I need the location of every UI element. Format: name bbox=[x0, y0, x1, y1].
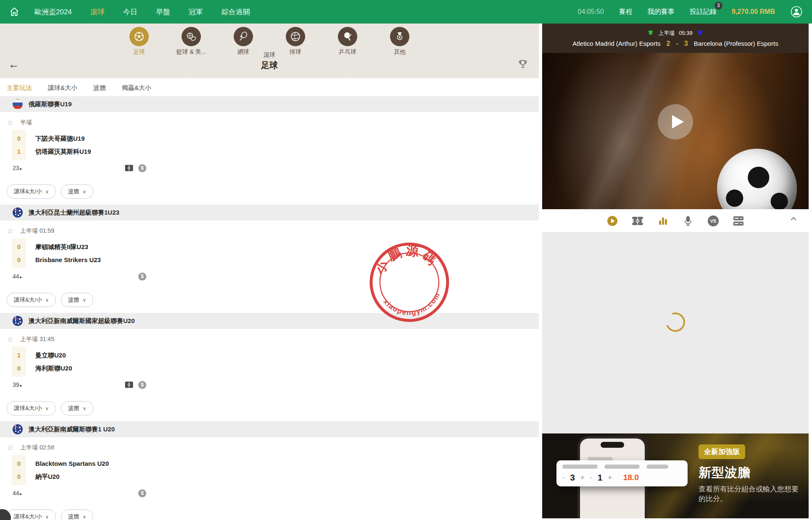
pitch-tracker-icon[interactable] bbox=[631, 215, 644, 227]
promo-banner[interactable]: - 3 + - 1 + 18.0 bbox=[542, 433, 809, 518]
promo-text: 全新加強版 新型波膽 查看所有比分組合或輸入您想要的比分。 bbox=[699, 444, 804, 504]
more-markets-toggle[interactable]: 44▸ bbox=[13, 273, 22, 280]
odds-column-header bbox=[157, 331, 201, 348]
nav-item[interactable]: 綜合過關 bbox=[221, 7, 250, 17]
favorite-star-icon[interactable]: ☆ bbox=[7, 226, 20, 236]
loading-area bbox=[542, 233, 809, 433]
more-markets-toggle[interactable]: 39▸ bbox=[13, 381, 22, 388]
bet-records-label: 投註記錄 bbox=[690, 8, 717, 15]
market-tab[interactable]: 讓球&大小 bbox=[48, 84, 77, 92]
link-my-matches[interactable]: 我的賽事 bbox=[648, 8, 675, 16]
nav-item[interactable]: 早盤 bbox=[156, 7, 170, 17]
chevron-down-icon: ∨ bbox=[83, 406, 86, 411]
play-stream-icon[interactable] bbox=[606, 215, 619, 227]
odds-column bbox=[435, 223, 478, 287]
table-tennis-icon bbox=[338, 27, 357, 46]
head-to-head-icon[interactable]: VS bbox=[707, 215, 720, 227]
period-label: 上半場 bbox=[20, 227, 38, 234]
odds-column bbox=[481, 331, 525, 395]
pill-handicap-ou[interactable]: 讓球&大/小 ∨ bbox=[7, 184, 56, 199]
stats-chart-icon[interactable] bbox=[656, 215, 669, 227]
league-header[interactable]: 俄羅斯聯賽U19 bbox=[0, 96, 539, 112]
cashout-icon[interactable]: $ bbox=[138, 273, 146, 281]
odds-column-header bbox=[157, 223, 201, 240]
odds-column bbox=[481, 223, 525, 287]
pill-correct-score[interactable]: 波膽 ∨ bbox=[61, 509, 93, 520]
score-odds-cell bbox=[564, 494, 579, 494]
media-toolbar: VS bbox=[542, 209, 809, 233]
nav-item[interactable]: 今日 bbox=[123, 7, 137, 17]
pill-correct-score[interactable]: 波膽 ∨ bbox=[61, 401, 93, 415]
favorite-star-icon[interactable]: ☆ bbox=[7, 335, 20, 344]
nav-item[interactable]: 滾球 bbox=[90, 7, 105, 17]
live-period: 上半場 bbox=[658, 29, 675, 37]
home-team-name: Atletico Madrid (Arthur) Esports bbox=[572, 40, 660, 47]
teams[interactable]: 0 0 Blacktown Spartans U20 納平U20 bbox=[12, 455, 157, 485]
match-row: ☆ 上半場 02:58 0 0 bbox=[0, 437, 539, 505]
user-avatar-icon[interactable] bbox=[790, 5, 803, 18]
market-tab[interactable]: 主要玩法 bbox=[7, 84, 32, 92]
loading-spinner-icon bbox=[662, 309, 688, 335]
pill-correct-score[interactable]: 波膽 ∨ bbox=[61, 184, 93, 199]
plus-button: + bbox=[608, 474, 612, 481]
team2-name: 海利斯聯U20 bbox=[35, 362, 72, 375]
teams[interactable]: 1 0 曼立聯U20 海利斯聯U20 bbox=[12, 347, 157, 377]
match-tracker-icon[interactable] bbox=[125, 381, 133, 388]
match-period: 上半場 02:58 bbox=[20, 444, 54, 452]
team1-name: 曼立聯U20 bbox=[35, 349, 72, 362]
market-tab[interactable]: 獨贏&大小 bbox=[122, 84, 151, 92]
score-odds-cell bbox=[564, 489, 579, 490]
score-odds-cell bbox=[621, 498, 636, 499]
league-header[interactable]: 澳大利亞新南威爾斯聯賽1 U20 bbox=[0, 421, 539, 437]
commentary-mic-icon[interactable] bbox=[682, 215, 694, 227]
home-icon[interactable] bbox=[9, 6, 20, 17]
pill-correct-score[interactable]: 波膽 ∨ bbox=[61, 293, 93, 307]
top-bar: 歐洲盃2024 滾球 今日 早盤 冠軍 綜合過關 04:05:50 賽程 我的賽… bbox=[0, 0, 812, 24]
video-play-button[interactable] bbox=[658, 104, 693, 139]
odds-column bbox=[388, 331, 432, 395]
league-header[interactable]: 澳大利亞新南威爾斯國家超級聯賽U20 bbox=[0, 313, 539, 329]
pill-handicap-ou[interactable]: 讓球&大/小 ∨ bbox=[7, 401, 56, 415]
nav-item[interactable]: 歐洲盃2024 bbox=[34, 7, 72, 17]
score-odds-cell bbox=[583, 498, 598, 499]
nav-item[interactable]: 冠軍 bbox=[189, 7, 203, 17]
odds-column-header bbox=[342, 223, 386, 240]
odds-column-header bbox=[157, 440, 201, 457]
away-team-name: Barcelona (Professor) Esports bbox=[694, 40, 778, 47]
bet-records-badge: 3 bbox=[714, 2, 722, 10]
odds-column bbox=[435, 440, 478, 504]
link-schedule[interactable]: 賽程 bbox=[619, 8, 633, 16]
teams[interactable]: 0 0 摩頓城精英II隊U23 Brisbane Strikers U23 bbox=[12, 238, 157, 268]
odds-column-header bbox=[388, 115, 432, 131]
odds-column-header bbox=[481, 331, 525, 348]
cashout-icon[interactable]: $ bbox=[138, 381, 146, 389]
league-header[interactable]: 澳大利亞昆士蘭州超級聯賽1U23 bbox=[0, 205, 539, 221]
pill-handicap-ou[interactable]: 讓球&大/小 ∨ bbox=[7, 293, 56, 307]
match-tracker-icon[interactable] bbox=[125, 165, 133, 171]
home-jersey-icon bbox=[647, 30, 654, 36]
lineup-icon[interactable] bbox=[732, 215, 745, 227]
market-tab[interactable]: 波膽 bbox=[93, 84, 106, 92]
teams[interactable]: 0 1 下諾夫哥羅德U19 切塔羅沃莫斯科U19 bbox=[12, 130, 157, 160]
odds-column-header bbox=[250, 115, 293, 131]
favorite-star-icon[interactable]: ☆ bbox=[7, 118, 20, 127]
odds-column bbox=[342, 440, 386, 504]
cashout-icon[interactable]: $ bbox=[138, 489, 146, 497]
chevron-up-icon[interactable] bbox=[790, 217, 797, 221]
odds-column bbox=[388, 440, 432, 504]
odds-column-header bbox=[342, 115, 386, 131]
favorite-star-icon[interactable]: ☆ bbox=[7, 443, 20, 452]
odds-column bbox=[296, 115, 340, 179]
pill-label: 波膽 bbox=[68, 188, 79, 195]
trophy-icon[interactable] bbox=[518, 59, 528, 69]
odds-column bbox=[296, 440, 340, 504]
period-clock: 01:59 bbox=[40, 227, 54, 234]
more-markets-toggle[interactable]: 44▸ bbox=[13, 490, 22, 496]
volleyball-icon bbox=[286, 27, 305, 46]
cashout-icon[interactable]: $ bbox=[138, 164, 146, 172]
league-section: 澳大利亞昆士蘭州超級聯賽1U23 ☆ 上半場 01:59 bbox=[0, 205, 539, 313]
odds-column bbox=[203, 223, 247, 287]
more-markets-toggle[interactable]: 23▸ bbox=[13, 165, 22, 171]
pill-handicap-ou[interactable]: 讓球&大/小 ∨ bbox=[7, 509, 56, 520]
link-bet-records[interactable]: 投註記錄 3 bbox=[690, 8, 717, 16]
